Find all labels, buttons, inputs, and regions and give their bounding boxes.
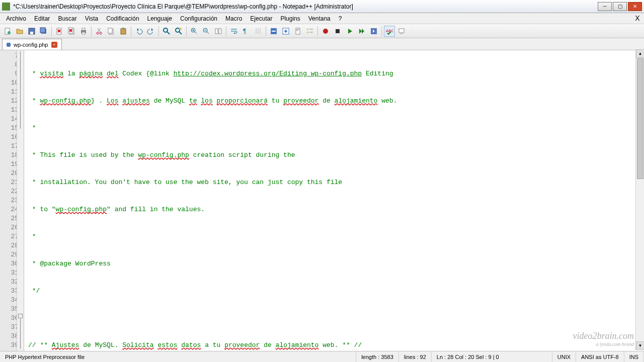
function-list-icon[interactable] [304, 26, 315, 37]
svg-point-13 [100, 32, 102, 34]
svg-rect-20 [179, 28, 182, 30]
close-button[interactable]: ✕ [628, 2, 642, 11]
print-icon[interactable] [78, 26, 89, 37]
menu-lenguaje[interactable]: Lenguaje [143, 14, 176, 23]
svg-rect-32 [307, 29, 308, 30]
menu-macro[interactable]: Macro [221, 14, 246, 23]
gutter: − 78910111213141516171819202122232425262… [0, 50, 24, 351]
svg-rect-27 [272, 31, 276, 32]
close-all-icon[interactable] [66, 26, 77, 37]
svg-rect-31 [296, 30, 298, 31]
open-file-icon[interactable] [14, 26, 25, 37]
file-icon [7, 43, 11, 47]
app-icon [2, 3, 10, 11]
menu-codificacion[interactable]: Codificación [102, 14, 143, 23]
editor: − 78910111213141516171819202122232425262… [0, 50, 644, 351]
svg-rect-35 [336, 29, 340, 33]
wordwrap-icon[interactable] [228, 26, 239, 37]
menu-help[interactable]: ? [335, 14, 346, 23]
menu-vista[interactable]: Vista [81, 14, 102, 23]
unfold-icon[interactable] [280, 26, 291, 37]
status-eol: UNIX [552, 351, 576, 362]
svg-rect-5 [40, 28, 45, 33]
menu-editar[interactable]: Editar [30, 14, 54, 23]
redo-icon[interactable] [145, 26, 156, 37]
indent-guide-icon[interactable] [253, 26, 264, 37]
menu-buscar[interactable]: Buscar [54, 14, 80, 23]
menu-configuracion[interactable]: Configuración [176, 14, 221, 23]
undo-icon[interactable] [133, 26, 144, 37]
svg-rect-17 [122, 28, 124, 29]
menu-ventana[interactable]: Ventana [304, 14, 335, 23]
svg-point-34 [323, 29, 328, 34]
tabbar: wp-config.php × [0, 38, 644, 50]
macro-save-icon[interactable] [368, 26, 379, 37]
statusbar: PHP Hypertext Preprocessor file length :… [0, 351, 644, 362]
sync-scroll-icon[interactable] [213, 26, 224, 37]
menu-plugins[interactable]: Plugins [276, 14, 304, 23]
new-file-icon[interactable] [2, 26, 13, 37]
cut-icon[interactable] [94, 26, 105, 37]
doc-close-x[interactable]: X [633, 14, 642, 22]
tab-close-icon[interactable]: × [51, 42, 57, 48]
save-all-icon[interactable] [38, 26, 49, 37]
svg-rect-29 [296, 28, 300, 34]
zoom-in-icon[interactable] [189, 26, 200, 37]
menu-archivo[interactable]: Archivo [2, 14, 30, 23]
svg-rect-24 [219, 29, 221, 34]
scroll-thumb[interactable] [637, 58, 643, 179]
svg-rect-38 [399, 29, 404, 33]
doc-map-icon[interactable] [292, 26, 303, 37]
fold-toggle-icon[interactable]: − [18, 314, 23, 318]
menubar: Archivo Editar Buscar Vista Codificación… [0, 13, 644, 24]
code-area[interactable]: * visita la página del Codex {@link http… [24, 50, 644, 351]
svg-point-1 [8, 31, 11, 34]
macro-stop-icon[interactable] [332, 26, 343, 37]
svg-rect-10 [82, 28, 85, 30]
status-filetype: PHP Hypertext Preprocessor file [0, 351, 356, 362]
tab-label: wp-config.php [14, 42, 48, 48]
tab-wp-config[interactable]: wp-config.php × [2, 39, 62, 50]
svg-text:¶: ¶ [243, 28, 246, 35]
svg-rect-30 [296, 29, 299, 30]
scrollbar-vertical[interactable]: ▲ ▼ [635, 49, 644, 350]
find-icon[interactable] [161, 26, 172, 37]
svg-rect-15 [108, 28, 112, 33]
svg-point-18 [164, 28, 168, 32]
spellcheck-icon[interactable]: ABC [384, 26, 395, 37]
save-icon[interactable] [26, 26, 37, 37]
close-doc-icon[interactable] [54, 26, 65, 37]
status-encoding: ANSI as UTF-8 [576, 351, 624, 362]
svg-rect-23 [215, 29, 218, 34]
copy-icon[interactable] [106, 26, 117, 37]
minimize-button[interactable]: ─ [598, 2, 612, 11]
svg-point-19 [176, 28, 180, 32]
svg-rect-11 [82, 32, 85, 34]
svg-rect-33 [307, 32, 308, 33]
window-title: *C:\Users\trainer\Desktop\Proyectos\Proy… [13, 3, 598, 10]
toolbar: ¶ ABC [0, 24, 644, 38]
macro-record-icon[interactable] [320, 26, 331, 37]
titlebar: *C:\Users\trainer\Desktop\Proyectos\Proy… [0, 0, 644, 13]
spellcheck-next-icon[interactable] [396, 26, 407, 37]
maximize-button[interactable]: ▢ [613, 2, 627, 11]
scroll-up-icon[interactable]: ▲ [636, 49, 644, 58]
replace-icon[interactable] [173, 26, 184, 37]
svg-rect-3 [30, 32, 33, 34]
macro-play-icon[interactable] [344, 26, 355, 37]
show-all-chars-icon[interactable]: ¶ [240, 26, 252, 37]
status-length: length : 3583 [356, 351, 399, 362]
status-lines: lines : 92 [399, 351, 432, 362]
paste-icon[interactable] [118, 26, 129, 37]
status-position: Ln : 28 Col : 20 Sel : 9 | 0 [432, 351, 552, 362]
macro-play-multi-icon[interactable] [356, 26, 367, 37]
menu-ejecutar[interactable]: Ejecutar [246, 14, 276, 23]
svg-point-12 [97, 32, 99, 34]
svg-rect-16 [121, 29, 126, 34]
scroll-down-icon[interactable]: ▼ [636, 341, 644, 350]
zoom-out-icon[interactable] [201, 26, 212, 37]
fold-icon[interactable] [268, 26, 279, 37]
status-mode: INS [624, 351, 644, 362]
